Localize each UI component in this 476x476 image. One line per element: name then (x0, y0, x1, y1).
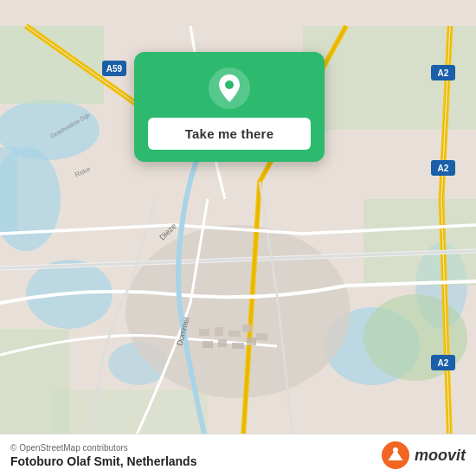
moovit-logo: moovit (382, 441, 466, 469)
svg-rect-28 (228, 331, 241, 337)
moovit-text: moovit (415, 447, 466, 465)
take-me-there-button[interactable]: Take me there (148, 118, 311, 150)
location-name: Fotoburo Olaf Smit, Netherlands (10, 454, 196, 468)
svg-rect-26 (199, 329, 209, 336)
svg-point-38 (393, 447, 398, 453)
map-container: A2 A2 A2 A59 Dieze Dommel Reke Grashoeks… (0, 0, 476, 476)
svg-point-13 (125, 225, 351, 398)
location-pin-icon (209, 68, 250, 109)
moovit-icon (382, 441, 409, 469)
osm-attribution: © OpenStreetMap contributors (10, 443, 196, 453)
popup-card: Take me there (134, 52, 325, 162)
svg-text:Reke: Reke (74, 165, 92, 179)
svg-text:A2: A2 (438, 358, 449, 368)
svg-rect-29 (242, 325, 252, 332)
svg-rect-9 (363, 199, 476, 286)
svg-point-36 (225, 80, 234, 89)
svg-text:A59: A59 (106, 64, 123, 74)
svg-rect-33 (232, 343, 244, 349)
bottom-left-info: © OpenStreetMap contributors Fotoburo Ol… (10, 443, 196, 468)
svg-rect-6 (0, 147, 17, 234)
svg-text:A2: A2 (438, 164, 449, 173)
svg-rect-32 (218, 339, 227, 347)
svg-rect-34 (247, 338, 256, 345)
svg-rect-7 (0, 26, 104, 104)
svg-rect-31 (203, 341, 213, 348)
svg-rect-27 (215, 327, 223, 336)
svg-rect-30 (256, 333, 267, 340)
bottom-bar: © OpenStreetMap contributors Fotoburo Ol… (0, 434, 476, 476)
svg-text:A2: A2 (438, 68, 449, 78)
